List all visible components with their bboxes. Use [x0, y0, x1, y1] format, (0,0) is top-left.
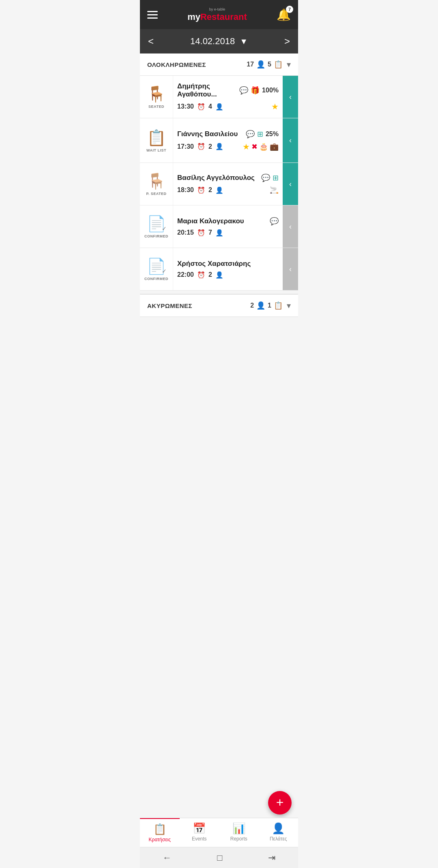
arrow-left-icon: ‹ — [289, 93, 292, 101]
completed-person-count: 17 — [247, 61, 254, 68]
guest-count: 4 — [208, 103, 212, 110]
person-icon: 👤 — [256, 60, 265, 69]
section-chevron[interactable]: ▾ — [287, 301, 291, 310]
seated-icon: 🪑 — [147, 85, 166, 103]
completed-doc-count: 5 — [268, 61, 271, 68]
status-confirmed: 📄 ✓ CONFIRMED — [140, 248, 173, 290]
hamburger-button[interactable] — [147, 11, 158, 19]
card-action-button[interactable]: ‹ — [283, 118, 298, 162]
status-label: WAIT LIST — [146, 148, 166, 152]
reservation-card: 📄 ✓ CONFIRMED Μαρια Καλογερακου 💬 20:15 … — [140, 205, 298, 248]
guest-name: Μαρια Καλογερακου — [177, 217, 244, 225]
reservation-time: 17:30 — [177, 143, 194, 150]
card-body[interactable]: Χρήστος Χαρατσιάρης 22:00 ⏰ 2 👤 — [173, 248, 283, 290]
reservation-card: 📄 ✓ CONFIRMED Χρήστος Χαρατσιάρης 22:00 … — [140, 248, 298, 291]
star-icon: ★ — [271, 102, 279, 111]
card-action-button[interactable]: ‹ — [283, 163, 298, 205]
people-icon: 👤 — [215, 229, 223, 237]
status-label: CONFIRMED — [144, 277, 168, 281]
grid-icon: ⊞ — [273, 173, 279, 182]
cake-icon: 🎂 — [259, 142, 268, 151]
logo: by e-table my Restaurant — [187, 7, 247, 22]
reservation-card: 🪑 P. SEATED Βασίλης Αγγελόπουλος 💬 ⊞ 18:… — [140, 163, 298, 205]
logo-etable: by e-table — [209, 7, 225, 11]
guest-count: 2 — [208, 271, 212, 278]
comment-icon: 💬 — [246, 130, 255, 139]
percent-badge: 100% — [262, 87, 279, 94]
people-icon: 👤 — [215, 186, 223, 194]
people-icon: 👤 — [215, 143, 223, 150]
card-body[interactable]: Γιάννης Βασιλείου 💬 ⊞ 25% 17:30 ⏰ 2 👤 ★ … — [173, 118, 283, 162]
status-seated: 🪑 SEATED — [140, 76, 173, 118]
doc-icon: 📋 — [274, 301, 283, 310]
date-bar: < 14.02.2018 ▼ > — [140, 29, 298, 53]
clock-icon: ⏰ — [197, 186, 205, 194]
section-cancelled-header: ΑΚΥΡΩΜΕΝΕΣ 2 👤 1 📋 ▾ — [140, 294, 298, 317]
section-cancelled-title: ΑΚΥΡΩΜΕΝΕΣ — [147, 302, 192, 309]
guest-count: 7 — [208, 229, 212, 236]
comment-icon: 💬 — [270, 217, 279, 226]
card-action-button[interactable]: ‹ — [283, 248, 298, 290]
clock-icon: ⏰ — [197, 143, 205, 150]
notification-bell[interactable]: 🔔 7 — [277, 8, 291, 21]
header: by e-table my Restaurant 🔔 7 — [140, 0, 298, 29]
guest-count: 2 — [208, 143, 212, 150]
waitlist-icon: 📋 — [147, 129, 166, 147]
section-chevron[interactable]: ▾ — [287, 60, 291, 69]
section-completed-title: ΟΛΟΚΛΗΡΩΜΕΝΕΣ — [147, 61, 206, 68]
cancelled-person-count: 2 — [250, 302, 254, 309]
guest-name: Βασίλης Αγγελόπουλος — [177, 174, 255, 182]
current-date: 14.02.2018 — [190, 36, 235, 47]
reservation-card: 🪑 SEATED Δημήτρης Αγαθόπου... 💬 🎁 100% 1… — [140, 76, 298, 118]
comment-icon: 💬 — [239, 86, 248, 95]
people-icon: 👤 — [215, 271, 223, 279]
clock-icon: ⏰ — [197, 103, 205, 111]
logo-restaurant: Restaurant — [200, 12, 247, 22]
arrow-left-icon: ‹ — [289, 222, 292, 231]
card-body[interactable]: Μαρια Καλογερακου 💬 20:15 ⏰ 7 👤 — [173, 205, 283, 248]
people-icon: 👤 — [215, 103, 223, 111]
arrow-left-icon: ‹ — [289, 180, 292, 188]
next-date-button[interactable]: > — [284, 36, 290, 47]
pseated-icon: 🪑 — [147, 172, 166, 190]
logo-my: my — [187, 12, 200, 22]
prev-date-button[interactable]: < — [148, 36, 154, 47]
notification-badge: 7 — [286, 6, 293, 13]
guest-count: 2 — [208, 186, 212, 194]
reservation-time: 20:15 — [177, 229, 194, 236]
guest-name: Δημήτρης Αγαθόπου... — [177, 82, 239, 98]
card-body[interactable]: Βασίλης Αγγελόπουλος 💬 ⊞ 18:30 ⏰ 2 👤 🚬 — [173, 163, 283, 205]
gift-icon: 🎁 — [251, 86, 260, 95]
status-waitlist: 📋 WAIT LIST — [140, 118, 173, 162]
star-icon: ★ — [243, 142, 250, 152]
arrow-left-icon: ‹ — [289, 265, 292, 274]
arrow-left-icon: ‹ — [289, 136, 292, 145]
clock-icon: ⏰ — [197, 271, 205, 279]
smoking-icon: 🚬 — [270, 186, 279, 195]
status-label: P. SEATED — [146, 192, 166, 196]
person-icon: 👤 — [256, 301, 265, 310]
card-action-button[interactable]: ‹ — [283, 76, 298, 118]
status-confirmed: 📄 ✓ CONFIRMED — [140, 205, 173, 248]
reservation-card: 📋 WAIT LIST Γιάννης Βασιλείου 💬 ⊞ 25% 17… — [140, 118, 298, 163]
reservation-time: 22:00 — [177, 271, 194, 278]
status-pseated: 🪑 P. SEATED — [140, 163, 173, 205]
cancel-icon: ✖ — [251, 142, 258, 151]
briefcase-icon: 💼 — [270, 142, 279, 151]
comment-icon: 💬 — [261, 173, 270, 182]
guest-name: Χρήστος Χαρατσιάρης — [177, 260, 251, 268]
card-body[interactable]: Δημήτρης Αγαθόπου... 💬 🎁 100% 13:30 ⏰ 4 … — [173, 76, 283, 118]
status-label: CONFIRMED — [144, 234, 168, 238]
status-label: SEATED — [148, 105, 164, 109]
clock-icon: ⏰ — [197, 229, 205, 237]
guest-name: Γιάννης Βασιλείου — [177, 130, 238, 138]
card-action-button[interactable]: ‹ — [283, 205, 298, 248]
reservation-time: 13:30 — [177, 103, 194, 110]
section-completed-header: ΟΛΟΚΛΗΡΩΜΕΝΕΣ 17 👤 5 📋 ▾ — [140, 53, 298, 76]
doc-icon: 📋 — [274, 60, 283, 69]
grid-icon: ⊞ — [257, 130, 263, 139]
reservation-time: 18:30 — [177, 186, 194, 194]
percent-badge: 25% — [266, 130, 279, 138]
filter-icon[interactable]: ▼ — [240, 37, 248, 46]
cancelled-doc-count: 1 — [268, 302, 271, 309]
